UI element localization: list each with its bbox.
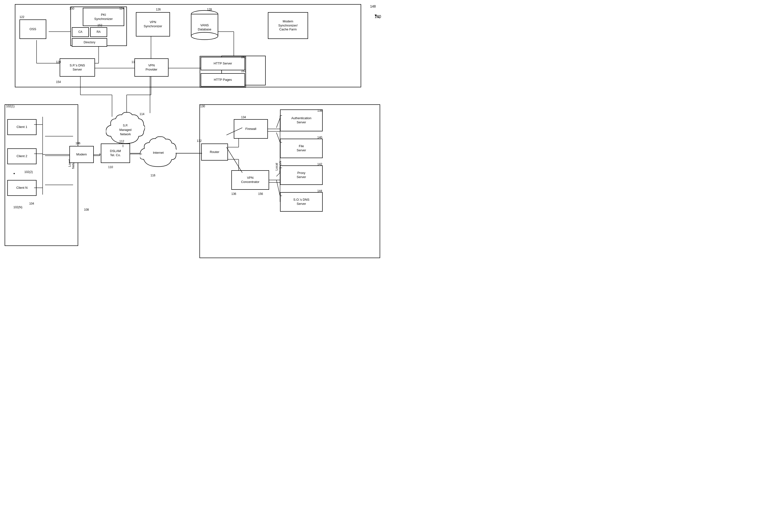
svg-text:Managed: Managed [119,128,131,132]
ref-120: 120 [56,60,61,64]
svg-text:S.P.: S.P. [123,124,128,127]
svg-text:Network: Network [120,133,131,136]
ref-160: 160 [241,55,246,59]
firewall-label: Firewall [246,127,257,131]
svg-line-59 [276,133,280,142]
directory-box: Directory [72,38,107,47]
oss-label: OSS [29,27,36,31]
internet-router-line [175,151,205,158]
ref-126: 126 [156,8,161,11]
so-dns-label: S.O.'s DNSServer [293,198,309,206]
file-server-box: FileServer [280,139,323,158]
http-server-outer: HTTP Server HTTP Pages [200,56,246,88]
ra-box: RA [90,27,107,37]
svg-line-58 [276,118,280,128]
ref-124: 124 [119,7,124,10]
directory-label: Directory [83,41,95,45]
ref-116: 116 [150,174,155,177]
router-label: Router [210,150,219,154]
svg-text:VANS: VANS [201,23,209,27]
proxy-server-label: ProxyServer [297,171,306,179]
vpn-cloud-line [147,77,152,114]
ref-156: 156 [258,192,263,196]
ref-150: 150 [69,7,74,10]
internet-cloud: Internet [140,136,176,170]
ref-112: 112 [119,140,124,143]
ref-152: 152 [97,24,102,27]
svg-point-43 [191,32,218,40]
firewall-box: Firewall [234,119,268,139]
ref-144: 144 [317,189,322,193]
ref-162: 162 [241,69,246,73]
ca-box: CA [72,27,89,37]
ca-label: CA [78,30,82,34]
vpn-provider-box: VPNProvider [134,58,168,77]
ref-134: 134 [241,116,246,119]
auth-server-label: AuthenticationServer [291,116,311,125]
network-diagram: 148 100 OSS 122 150 PKISynchronizer 124 … [0,0,386,266]
so-dns-box: S.O.'s DNSServer [280,192,323,212]
ref-122: 122 [19,15,24,19]
svg-marker-40 [375,15,377,17]
proxy-server-box: ProxyServer [280,165,323,185]
vpn-sync-label: VPNSynchronizer [144,20,162,28]
ref-110: 110 [108,165,113,169]
ref-146: 148 [370,4,376,8]
ref-132: 132 [197,139,202,143]
http-pages-box: HTTP Pages [201,73,245,87]
ref-142: 142 [317,162,322,166]
svg-text:Internet: Internet [153,151,164,154]
vpn-concentrator-box: VPNConcentrator [231,170,269,190]
svg-text:Database: Database [198,27,212,31]
ref-138: 138 [317,109,322,112]
svg-line-57 [227,147,242,173]
vans-db-svg: VANS Database [190,10,219,41]
ra-label: RA [97,30,101,34]
vpn-concentrator-label: VPNConcentrator [241,176,259,184]
ref-154: 154 [56,80,61,84]
pki-label: PKISynchronizer [94,13,113,21]
sp-dns-label: S.P.'s DNSServer [70,63,85,72]
modem-sync-label: ModemSynchronizer/Cache Farm [278,19,298,32]
modem-dslam-line [93,153,102,158]
ref-128: 128 [207,8,212,11]
ref-100-arrow [372,12,382,19]
sp-dns-box: S.P.'s DNSServer [60,58,95,77]
modem-sync-box: ModemSynchronizer/Cache Farm [268,12,308,39]
http-server-label: HTTP Server [214,62,232,66]
left-network-lines [5,105,78,246]
http-server-box: HTTP Server [201,57,245,70]
dslam-label: DSLAMTel. Co. [110,149,121,157]
ref-130: 130 [200,105,205,108]
vpn-sync-box: VPNSynchronizer [136,12,170,36]
dslam-box: DSLAMTel. Co. [101,144,130,163]
ref-108: 108 [84,208,89,211]
router-box: Router [201,144,228,161]
file-server-label: FileServer [297,144,306,153]
ref-140: 140 [317,136,322,139]
http-pages-label: HTTP Pages [214,78,232,82]
sp-managed-cloud: S.P. Managed Network [106,112,145,146]
vpn-provider-label: VPNProvider [146,63,157,72]
ref-136: 136 [231,192,236,196]
pki-box: PKISynchronizer [83,8,124,26]
auth-server-box: AuthenticationServer [280,109,323,131]
ref-114: 114 [139,112,144,116]
oss-box: OSS [19,19,46,39]
